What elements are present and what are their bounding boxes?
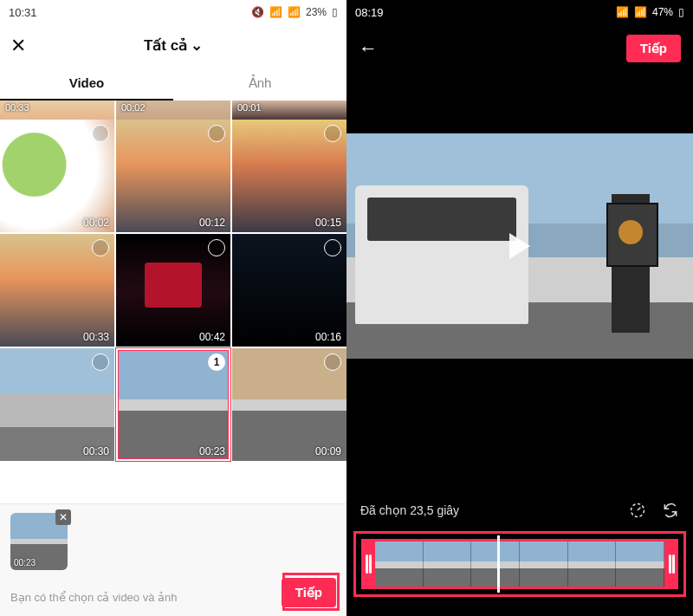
status-icons: 📶 📶 47% ▯ bbox=[616, 6, 684, 18]
grid-partial-row: 00:33 00:02 00:01 bbox=[0, 101, 346, 120]
status-time: 08:19 bbox=[355, 6, 384, 19]
album-dropdown[interactable]: Tất cả ⌄ bbox=[144, 36, 203, 55]
video-duration: 00:42 bbox=[199, 331, 225, 343]
video-duration: 00:09 bbox=[315, 445, 341, 457]
status-time: 10:31 bbox=[9, 6, 37, 19]
timeline-frames[interactable] bbox=[375, 539, 664, 589]
media-tabs: Video Ảnh bbox=[0, 66, 346, 101]
select-circle[interactable] bbox=[324, 125, 341, 142]
frame-thumb bbox=[471, 541, 520, 587]
frame-thumb bbox=[568, 541, 617, 587]
video-thumb[interactable]: 00:33 bbox=[0, 101, 114, 120]
signal-icon: 📶 bbox=[634, 6, 647, 18]
select-circle[interactable] bbox=[324, 353, 341, 371]
next-button[interactable]: Tiếp bbox=[626, 35, 681, 62]
selected-duration-text: Đã chọn 23,5 giây bbox=[360, 503, 459, 517]
speed-icon[interactable] bbox=[629, 502, 646, 519]
trim-editor-screen: 08:19 📶 📶 47% ▯ ← Tiếp Đã chọn 23,5 giây bbox=[346, 0, 693, 616]
play-icon[interactable] bbox=[509, 233, 530, 259]
selection-bar: ✕ 00:23 Bạn có thể chọn cả video và ảnh … bbox=[0, 503, 346, 616]
video-thumb[interactable]: 00:12 bbox=[116, 120, 230, 232]
selected-thumb-duration: 00:23 bbox=[14, 558, 36, 567]
video-preview[interactable] bbox=[346, 133, 693, 359]
editor-header: ← Tiếp bbox=[346, 24, 693, 73]
video-thumb[interactable]: 00:09 bbox=[232, 348, 346, 461]
trim-timeline[interactable] bbox=[361, 539, 678, 589]
next-button[interactable]: Tiếp bbox=[282, 578, 336, 607]
status-icons: 🔇 📶 📶 23% ▯ bbox=[251, 6, 338, 18]
status-bar: 10:31 🔇 📶 📶 23% ▯ bbox=[0, 0, 346, 24]
video-thumb[interactable]: 00:01 bbox=[232, 101, 346, 120]
video-grid: 00:02 00:12 00:15 00:33 00:42 00:16 bbox=[0, 120, 346, 461]
video-duration: 00:16 bbox=[315, 331, 341, 343]
frame-thumb bbox=[520, 541, 568, 587]
trim-handle-left[interactable] bbox=[361, 539, 375, 589]
battery-icon: ▯ bbox=[332, 6, 338, 18]
video-duration: 00:15 bbox=[315, 217, 341, 229]
video-thumb[interactable]: 00:33 bbox=[0, 234, 114, 347]
frame-thumb bbox=[616, 541, 664, 587]
wifi-icon: 📶 bbox=[616, 6, 629, 18]
video-thumb[interactable]: 00:30 bbox=[0, 348, 114, 461]
wifi-icon: 📶 bbox=[269, 6, 282, 18]
video-duration: 00:33 bbox=[5, 102, 29, 113]
remove-selected-icon[interactable]: ✕ bbox=[55, 509, 71, 525]
close-icon[interactable]: ✕ bbox=[10, 35, 26, 57]
video-thumb[interactable]: 00:02 bbox=[0, 120, 114, 232]
video-thumb[interactable]: 00:16 bbox=[232, 234, 346, 347]
chevron-down-icon: ⌄ bbox=[191, 36, 203, 55]
video-thumb[interactable]: 00:02 bbox=[116, 101, 230, 120]
trim-handle-right[interactable] bbox=[664, 539, 678, 589]
signal-icon: 📶 bbox=[288, 6, 301, 18]
frame-thumb bbox=[424, 541, 472, 587]
preview-art bbox=[355, 185, 528, 324]
select-circle[interactable] bbox=[92, 353, 109, 371]
back-icon[interactable]: ← bbox=[359, 37, 378, 60]
select-circle[interactable] bbox=[208, 239, 225, 256]
video-duration: 00:30 bbox=[83, 445, 109, 457]
video-duration: 00:12 bbox=[199, 217, 225, 229]
select-order-badge[interactable]: 1 bbox=[208, 353, 225, 371]
editor-toolbar: Đã chọn 23,5 giây bbox=[346, 502, 693, 519]
picker-header: ✕ Tất cả ⌄ bbox=[0, 24, 346, 66]
select-circle[interactable] bbox=[92, 125, 109, 142]
video-duration: 00:02 bbox=[121, 102, 146, 113]
select-circle[interactable] bbox=[208, 125, 225, 142]
mute-icon: 🔇 bbox=[251, 6, 264, 18]
preview-art bbox=[612, 194, 650, 333]
selected-thumb[interactable]: ✕ 00:23 bbox=[10, 513, 68, 570]
tab-video[interactable]: Video bbox=[0, 66, 173, 101]
gallery-picker-screen: 10:31 🔇 📶 📶 23% ▯ ✕ Tất cả ⌄ Video Ảnh 0… bbox=[0, 0, 346, 616]
battery-icon: ▯ bbox=[678, 6, 684, 18]
video-duration: 00:23 bbox=[199, 445, 225, 457]
highlight-ring bbox=[353, 531, 686, 597]
video-thumb[interactable]: 00:15 bbox=[232, 120, 346, 232]
battery-percent: 23% bbox=[306, 6, 327, 18]
status-bar: 08:19 📶 📶 47% ▯ bbox=[346, 0, 693, 24]
video-duration: 00:01 bbox=[237, 102, 262, 113]
select-circle[interactable] bbox=[92, 239, 109, 256]
battery-percent: 47% bbox=[652, 6, 673, 18]
hint-text: Bạn có thể chọn cả video và ảnh bbox=[10, 591, 177, 604]
video-thumb[interactable]: 00:42 bbox=[116, 234, 230, 347]
playhead[interactable] bbox=[497, 535, 500, 593]
rotate-icon[interactable] bbox=[662, 502, 679, 519]
video-duration: 00:33 bbox=[83, 331, 109, 343]
album-title: Tất cả bbox=[144, 36, 187, 55]
tab-photo[interactable]: Ảnh bbox=[173, 66, 346, 101]
video-thumb-selected[interactable]: 1 00:23 bbox=[116, 348, 230, 461]
video-duration: 00:02 bbox=[83, 217, 109, 229]
select-circle[interactable] bbox=[324, 239, 341, 256]
frame-thumb bbox=[375, 541, 424, 587]
